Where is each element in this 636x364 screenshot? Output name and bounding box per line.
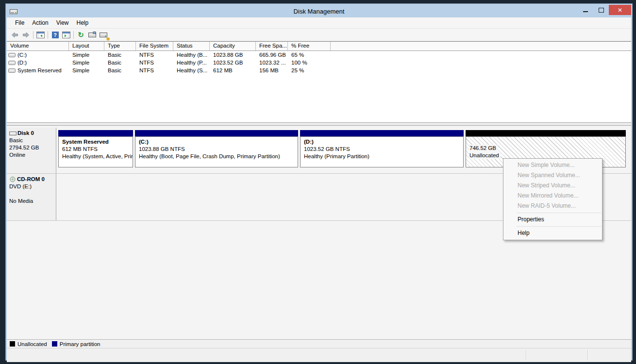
partition-name: (D:) <box>304 138 463 146</box>
refresh-icon: ↻ <box>78 32 84 38</box>
close-icon: ✕ <box>618 7 622 14</box>
volume-capacity: 1023.52 GB <box>210 60 256 66</box>
menu-separator <box>517 213 601 213</box>
minimize-button[interactable] <box>578 5 593 15</box>
pane-splitter[interactable] <box>7 122 631 126</box>
disk-type: Basic <box>9 137 56 144</box>
show-action-pane-icon <box>62 32 70 38</box>
disk-properties-button[interactable] <box>86 30 98 40</box>
primary-partition-swatch <box>52 341 57 347</box>
volume-fs: NTFS <box>136 60 173 66</box>
volume-list: Volume Layout Type File System Status Ca… <box>7 41 631 122</box>
cdrom-name: CD-ROM 0 <box>17 176 45 183</box>
help-icon: ? <box>52 32 59 38</box>
show-action-pane-button[interactable] <box>61 30 72 40</box>
rescan-star-icon: ✱ <box>106 36 110 42</box>
unallocated-size: 746.52 GB <box>469 145 498 152</box>
menu-item-new-mirrored-volume: New Mirrored Volume... <box>503 191 602 201</box>
menu-file[interactable]: File <box>11 18 28 28</box>
cdrom-drive: DVD (E:) <box>9 183 56 190</box>
volume-name: System Reserved <box>17 67 62 73</box>
column-header-freespace[interactable]: Free Spa... <box>256 42 288 50</box>
volume-pct-free: 65 % <box>288 52 331 58</box>
volume-free: 665.96 GB <box>256 52 288 58</box>
unallocated-label: Unallocated <box>469 152 501 159</box>
window-controls: ✕ <box>578 5 631 15</box>
maximize-button[interactable] <box>593 5 609 15</box>
menu-item-new-simple-volume: New Simple Volume... <box>503 160 602 170</box>
partition-system-reserved[interactable]: System Reserved 612 MB NTFS Healthy (Sys… <box>58 130 133 173</box>
statusbar-divider <box>587 350 588 361</box>
menu-action[interactable]: Action <box>28 18 52 28</box>
volume-name: (C:) <box>17 52 27 58</box>
context-menu: New Simple Volume... New Spanned Volume.… <box>503 158 603 240</box>
column-header-type[interactable]: Type <box>104 42 136 50</box>
column-header-filesystem[interactable]: File System <box>136 42 173 50</box>
menu-view[interactable]: View <box>52 18 73 28</box>
rescan-disks-button[interactable]: ✱ <box>98 30 109 40</box>
partition-name: System Reserved <box>62 138 133 146</box>
partition-size: 612 MB NTFS <box>62 146 133 153</box>
volume-pct-free: 25 % <box>288 67 331 73</box>
volume-status: Healthy (S... <box>173 67 210 73</box>
volume-fs: NTFS <box>136 52 173 58</box>
minimize-icon <box>583 11 588 12</box>
partition-size: 1023.88 GB NTFS <box>139 146 298 153</box>
menu-item-properties[interactable]: Properties <box>503 215 602 225</box>
menu-help[interactable]: Help <box>73 18 93 28</box>
back-button[interactable] <box>9 30 20 40</box>
volume-status: Healthy (P... <box>173 60 210 66</box>
volume-type: Basic <box>104 52 136 58</box>
volume-icon <box>8 68 16 73</box>
volume-layout: Simple <box>69 52 104 58</box>
show-console-tree-button[interactable] <box>35 30 46 40</box>
table-row-system-reserved[interactable]: System Reserved Simple Basic NTFS Health… <box>7 66 631 74</box>
disk-size: 2794.52 GB <box>9 144 56 151</box>
help-button[interactable]: ? <box>50 30 61 40</box>
column-header-layout[interactable]: Layout <box>69 42 104 50</box>
toolbar-separator <box>48 31 48 39</box>
menu-separator <box>517 226 601 227</box>
column-header-volume[interactable]: Volume <box>7 42 69 50</box>
column-header-status[interactable]: Status <box>173 42 210 50</box>
disk-icon <box>9 131 17 136</box>
unallocated-bar <box>466 130 626 136</box>
volume-layout: Simple <box>69 67 104 73</box>
menu-item-new-spanned-volume: New Spanned Volume... <box>503 170 602 181</box>
column-header-capacity[interactable]: Capacity <box>210 42 256 50</box>
primary-partition-bar <box>300 130 464 136</box>
menu-item-help[interactable]: Help <box>503 228 602 238</box>
disk-name: Disk 0 <box>17 130 34 137</box>
column-header-pctfree[interactable]: % Free <box>288 42 331 50</box>
toolbar-separator <box>33 31 33 39</box>
desktop: { "window": { "title": "Disk Management"… <box>0 0 636 364</box>
titlebar[interactable]: Disk Management ✕ <box>7 5 631 17</box>
legend-primary-partition: Primary partition <box>52 341 100 347</box>
primary-partition-bar <box>58 130 133 136</box>
table-row-volume-c[interactable]: (C:) Simple Basic NTFS Healthy (B... 102… <box>7 51 631 59</box>
refresh-button[interactable]: ↻ <box>75 30 86 40</box>
volume-icon <box>8 52 16 58</box>
toolbar: ? ↻ ✱ <box>7 29 631 41</box>
primary-partition-bar <box>135 130 298 136</box>
volume-free: 1023.32 ... <box>256 60 288 66</box>
cdrom-0-label-panel[interactable]: CD-ROM 0 DVD (E:) No Media <box>7 174 56 220</box>
statusbar-divider <box>526 350 526 361</box>
cd-icon <box>9 177 16 182</box>
volume-status: Healthy (B... <box>173 52 210 58</box>
menu-item-new-striped-volume: New Striped Volume... <box>503 181 602 191</box>
menu-bar: File Action View Help <box>7 17 631 29</box>
legend-unallocated: Unallocated <box>10 341 47 347</box>
volume-capacity: 1023.88 GB <box>210 52 256 58</box>
disk-0-label-panel[interactable]: Disk 0 Basic 2794.52 GB Online <box>7 128 56 173</box>
partition-d[interactable]: (D:) 1023.52 GB NTFS Healthy (Primary Pa… <box>300 130 464 173</box>
cdrom-media: No Media <box>9 198 56 205</box>
disk-properties-icon <box>88 32 96 38</box>
volume-type: Basic <box>104 60 136 66</box>
partition-c[interactable]: (C:) 1023.88 GB NTFS Healthy (Boot, Page… <box>135 130 298 173</box>
volume-icon <box>8 60 16 66</box>
menu-item-new-raid5-volume: New RAID-5 Volume... <box>503 201 602 211</box>
table-row-volume-d[interactable]: (D:) Simple Basic NTFS Healthy (P... 102… <box>7 59 631 66</box>
forward-button[interactable] <box>20 30 32 40</box>
close-button[interactable]: ✕ <box>609 5 631 15</box>
